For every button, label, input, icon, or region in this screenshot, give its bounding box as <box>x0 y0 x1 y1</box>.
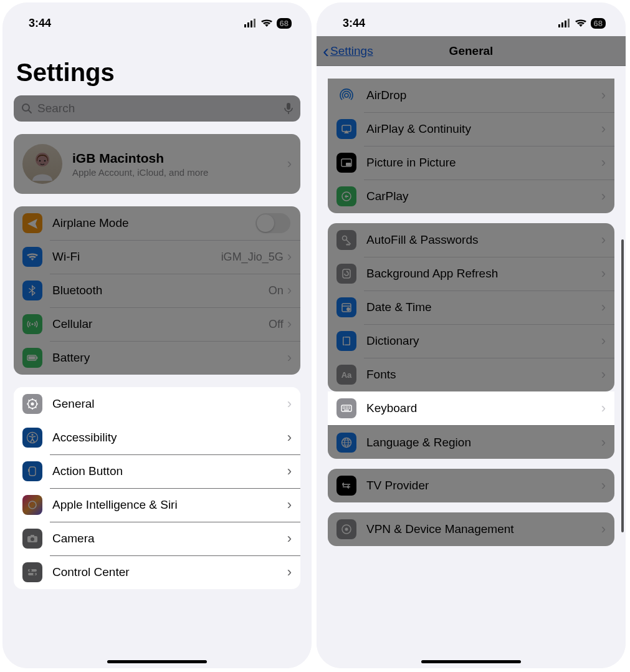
home-indicator <box>421 660 521 663</box>
svg-rect-39 <box>565 21 566 27</box>
svg-rect-28 <box>28 469 29 472</box>
svg-rect-58 <box>348 406 349 408</box>
cellular-icon <box>244 19 257 27</box>
nav-header: ‹ Settings General <box>317 36 626 66</box>
book-icon <box>336 331 356 351</box>
gear-icon <box>22 394 42 414</box>
svg-rect-59 <box>349 406 350 408</box>
row-cellular[interactable]: Cellular Off › <box>14 307 300 341</box>
pip-icon <box>336 153 356 173</box>
row-label: Background App Refresh <box>366 267 601 281</box>
row-label: Control Center <box>52 565 287 579</box>
row-pip[interactable]: Picture in Picture › <box>328 146 614 180</box>
general-group-vpn: VPN & Device Management › <box>328 512 614 546</box>
bluetooth-icon <box>22 281 42 300</box>
row-label: Accessibility <box>52 431 287 444</box>
airplane-icon <box>22 213 42 233</box>
row-vpn[interactable]: VPN & Device Management › <box>328 512 614 546</box>
row-accessibility[interactable]: Accessibility › <box>14 421 300 454</box>
general-group-system-cont: Keyboard › <box>328 391 614 425</box>
wifi-icon <box>22 247 42 267</box>
row-label: Keyboard <box>366 401 601 415</box>
row-airdrop[interactable]: AirDrop › <box>328 79 614 112</box>
svg-rect-56 <box>345 406 346 408</box>
row-airplay[interactable]: AirPlay & Continuity › <box>328 112 614 146</box>
row-dictionary[interactable]: Dictionary › <box>328 324 614 358</box>
battery-badge: 68 <box>591 18 606 29</box>
row-value: On <box>269 284 284 297</box>
profile-name: iGB Macintosh <box>72 151 287 166</box>
svg-point-26 <box>31 434 33 436</box>
wifi-icon <box>260 19 273 27</box>
tv-icon <box>336 476 356 496</box>
svg-rect-0 <box>244 24 246 27</box>
svg-line-24 <box>36 400 37 401</box>
row-fonts[interactable]: Aa Fonts › <box>328 358 614 391</box>
siri-icon <box>22 495 42 515</box>
chevron-right-icon: › <box>601 299 606 315</box>
row-bluetooth[interactable]: Bluetooth On › <box>14 274 300 307</box>
chevron-right-icon: › <box>287 463 292 479</box>
svg-point-10 <box>44 160 46 162</box>
camera-icon <box>22 529 42 549</box>
row-label: Battery <box>52 351 287 365</box>
svg-rect-2 <box>251 21 252 27</box>
chevron-right-icon: › <box>287 156 292 172</box>
row-date-time[interactable]: Date & Time › <box>328 290 614 324</box>
globe-icon <box>336 433 356 453</box>
svg-rect-40 <box>568 19 570 27</box>
back-label: Settings <box>330 44 373 58</box>
row-label: VPN & Device Management <box>366 522 601 536</box>
avatar <box>22 144 62 184</box>
row-general[interactable]: General › <box>14 387 300 421</box>
airplane-toggle[interactable] <box>255 213 290 233</box>
row-battery[interactable]: Battery › <box>14 341 300 375</box>
mic-icon[interactable] <box>284 102 293 115</box>
row-label: AutoFill & Passwords <box>366 233 601 247</box>
wifi-icon <box>575 19 587 27</box>
calendar-icon <box>336 297 356 317</box>
general-group-share: AirDrop › AirPlay & Continuity › Picture… <box>328 79 614 213</box>
accessibility-icon <box>22 428 42 448</box>
row-keyboard[interactable]: Keyboard › <box>328 391 614 425</box>
fonts-icon: Aa <box>336 365 356 385</box>
status-bar: 3:44 68 <box>317 2 626 36</box>
row-control-center[interactable]: Control Center › <box>14 555 300 589</box>
chevron-right-icon: › <box>601 266 606 282</box>
row-tv-provider[interactable]: TV Provider › <box>328 469 614 502</box>
chevron-right-icon: › <box>287 530 292 547</box>
chevron-right-icon: › <box>601 232 606 248</box>
row-action-button[interactable]: Action Button › <box>14 454 300 488</box>
row-autofill[interactable]: AutoFill & Passwords › <box>328 223 614 257</box>
svg-point-41 <box>345 94 348 97</box>
search-input[interactable]: Search <box>14 95 300 122</box>
row-label: AirDrop <box>366 89 601 102</box>
chevron-right-icon: › <box>601 434 606 451</box>
row-wifi[interactable]: Wi-Fi iGM_Jio_5G › <box>14 240 300 274</box>
phone-left-settings: 3:44 68 Settings Search <box>2 2 312 668</box>
chevron-right-icon: › <box>287 350 292 366</box>
row-bg-refresh[interactable]: Background App Refresh › <box>328 257 614 290</box>
svg-rect-1 <box>247 22 249 27</box>
row-siri[interactable]: Apple Intelligence & Siri › <box>14 488 300 522</box>
status-right: 68 <box>558 18 606 29</box>
svg-point-36 <box>33 573 36 575</box>
refresh-icon <box>336 264 356 284</box>
airplay-icon <box>336 119 356 139</box>
row-label: Wi-Fi <box>52 250 221 264</box>
svg-rect-61 <box>345 408 346 410</box>
status-right: 68 <box>244 18 292 29</box>
settings-group-system: General › Accessibility › Action Button … <box>14 387 300 589</box>
back-button[interactable]: ‹ Settings <box>323 36 373 65</box>
row-carplay[interactable]: CarPlay › <box>328 180 614 213</box>
row-camera[interactable]: Camera › <box>14 522 300 555</box>
svg-rect-60 <box>343 408 344 410</box>
profile-card[interactable]: iGB Macintosh Apple Account, iCloud, and… <box>14 134 300 194</box>
carplay-icon <box>336 186 356 206</box>
general-group-system: AutoFill & Passwords › Background App Re… <box>328 223 614 391</box>
svg-rect-63 <box>348 408 349 410</box>
svg-rect-38 <box>561 22 563 27</box>
row-language-region[interactable]: Language & Region › <box>328 425 614 459</box>
svg-rect-55 <box>343 406 344 408</box>
row-airplane-mode[interactable]: Airplane Mode <box>14 206 300 240</box>
